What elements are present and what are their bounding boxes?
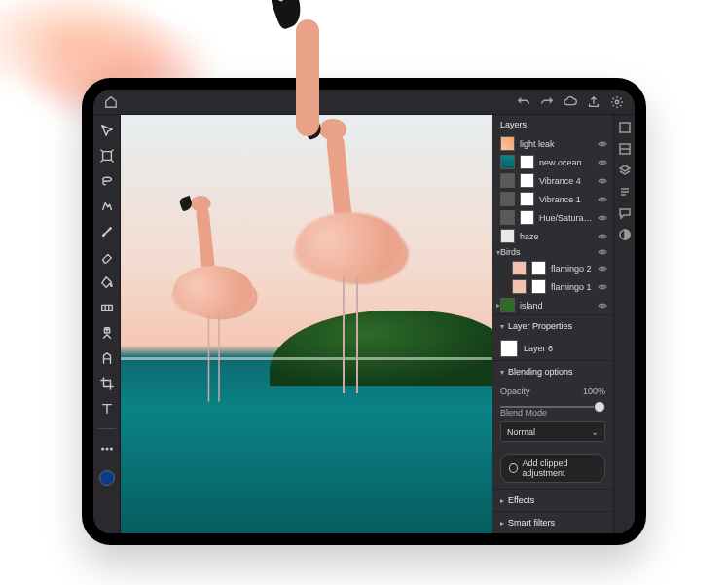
comments-rail-icon[interactable] xyxy=(618,206,632,220)
visibility-icon[interactable] xyxy=(598,195,607,204)
layer-group-row[interactable]: island xyxy=(492,296,613,314)
current-layer-name: Layer 6 xyxy=(524,344,553,353)
visibility-icon[interactable] xyxy=(598,158,607,167)
layer-row[interactable]: flamingo 2 xyxy=(492,259,613,277)
share-icon[interactable] xyxy=(586,94,601,110)
rail-icon[interactable] xyxy=(618,121,632,134)
section-title: Effects xyxy=(508,495,534,505)
layer-thumbnail xyxy=(512,279,527,294)
slider-knob[interactable] xyxy=(594,401,605,413)
layer-mask-thumbnail xyxy=(520,173,534,188)
layer-row[interactable]: Hue/Saturation 4 xyxy=(492,208,613,227)
layer-name: Vibrance 1 xyxy=(539,195,593,204)
left-toolbar xyxy=(93,115,121,533)
layer-name: new ocean xyxy=(539,158,593,167)
right-panel: Layers light leak new ocean xyxy=(492,115,635,533)
visibility-icon[interactable] xyxy=(598,232,607,241)
settings-icon[interactable] xyxy=(609,94,625,110)
add-clipped-adjustment-button[interactable]: Add clipped adjustment xyxy=(500,454,605,483)
adjust-rail-icon[interactable] xyxy=(618,228,632,241)
svg-point-9 xyxy=(601,179,604,182)
lasso-tool-icon[interactable] xyxy=(97,171,117,191)
svg-point-6 xyxy=(110,448,112,450)
layer-row[interactable]: haze xyxy=(492,227,613,245)
properties-rail-icon[interactable] xyxy=(618,185,632,199)
gradient-tool-icon[interactable] xyxy=(97,298,117,317)
svg-point-14 xyxy=(601,267,604,270)
layer-name: flamingo 2 xyxy=(551,264,593,274)
visibility-icon[interactable] xyxy=(598,264,607,274)
rail-icon[interactable] xyxy=(618,142,632,156)
visibility-icon[interactable] xyxy=(598,247,607,257)
brush-tool-icon[interactable] xyxy=(97,222,117,241)
layer-row[interactable]: Vibrance 1 xyxy=(492,190,613,208)
layer-mask-thumbnail xyxy=(520,155,534,169)
visibility-icon[interactable] xyxy=(598,301,607,311)
svg-point-0 xyxy=(615,100,619,104)
layer-row[interactable]: flamingo 1 xyxy=(492,277,613,296)
layer-mask-thumbnail xyxy=(520,210,534,225)
svg-point-16 xyxy=(601,304,604,307)
svg-rect-1 xyxy=(102,152,111,161)
layer-name: Hue/Saturation 4 xyxy=(539,213,593,223)
layer-properties-header[interactable]: Layer Properties xyxy=(492,314,613,337)
top-bar xyxy=(93,90,635,115)
svg-point-11 xyxy=(601,216,604,219)
svg-point-10 xyxy=(601,198,604,201)
svg-point-5 xyxy=(106,448,108,450)
fill-tool-icon[interactable] xyxy=(97,273,117,292)
layers-panel-title: Layers xyxy=(492,115,613,134)
redo-icon[interactable] xyxy=(539,94,555,110)
visibility-icon[interactable] xyxy=(598,282,607,292)
svg-point-4 xyxy=(101,448,103,450)
layer-group-name: island xyxy=(520,301,593,311)
layer-thumbnail xyxy=(512,261,527,275)
layers-list: light leak new ocean Vibrance 4 xyxy=(492,134,613,314)
canvas[interactable] xyxy=(121,115,492,533)
eraser-tool-icon[interactable] xyxy=(97,247,117,267)
smart-filters-header[interactable]: Smart filters xyxy=(492,511,613,533)
layer-group-name: Birds xyxy=(500,247,593,257)
section-title: Smart filters xyxy=(508,518,555,528)
canvas-flamingo-2 xyxy=(296,115,403,358)
layer-name: flamingo 1 xyxy=(551,282,593,292)
svg-point-15 xyxy=(601,285,604,288)
layers-rail-icon[interactable] xyxy=(618,164,632,177)
undo-icon[interactable] xyxy=(516,94,531,110)
layer-row[interactable]: new ocean xyxy=(492,153,613,171)
visibility-icon[interactable] xyxy=(598,176,607,186)
svg-point-7 xyxy=(601,142,604,145)
cloud-icon[interactable] xyxy=(563,94,578,110)
foreground-color-swatch[interactable] xyxy=(99,470,115,486)
layer-row[interactable]: light leak xyxy=(492,134,613,153)
layer-mask-thumbnail xyxy=(531,279,546,294)
type-tool-icon[interactable] xyxy=(97,399,117,419)
visibility-icon[interactable] xyxy=(598,213,607,223)
clone-tool-icon[interactable] xyxy=(97,348,117,368)
layer-thumbnail xyxy=(500,298,515,312)
visibility-icon[interactable] xyxy=(598,139,607,149)
spot-heal-tool-icon[interactable] xyxy=(97,323,117,343)
canvas-flamingo-1 xyxy=(173,186,254,376)
layer-thumbnail xyxy=(500,155,515,169)
app-screen: Layers light leak new ocean xyxy=(93,90,635,533)
layer-row[interactable]: Vibrance 4 xyxy=(492,171,613,190)
blend-mode-value: Normal xyxy=(507,427,535,437)
layer-properties-thumbnail xyxy=(500,340,518,357)
effects-header[interactable]: Effects xyxy=(492,489,613,511)
move-tool-icon[interactable] xyxy=(97,121,117,140)
blending-options-header[interactable]: Blending options xyxy=(492,360,613,383)
layer-name: haze xyxy=(520,232,593,241)
blend-mode-dropdown[interactable]: Normal xyxy=(500,421,605,442)
transform-tool-icon[interactable] xyxy=(97,146,117,165)
layer-name: light leak xyxy=(520,139,593,149)
quick-select-tool-icon[interactable] xyxy=(97,197,117,216)
section-title: Layer Properties xyxy=(508,321,572,331)
layer-mask-thumbnail xyxy=(520,192,534,206)
more-tools-icon[interactable] xyxy=(97,439,117,458)
crop-tool-icon[interactable] xyxy=(97,374,117,393)
home-icon[interactable] xyxy=(103,94,119,110)
svg-rect-2 xyxy=(101,305,112,310)
adjustment-icon xyxy=(500,173,515,188)
layer-group-row[interactable]: Birds xyxy=(492,245,613,259)
